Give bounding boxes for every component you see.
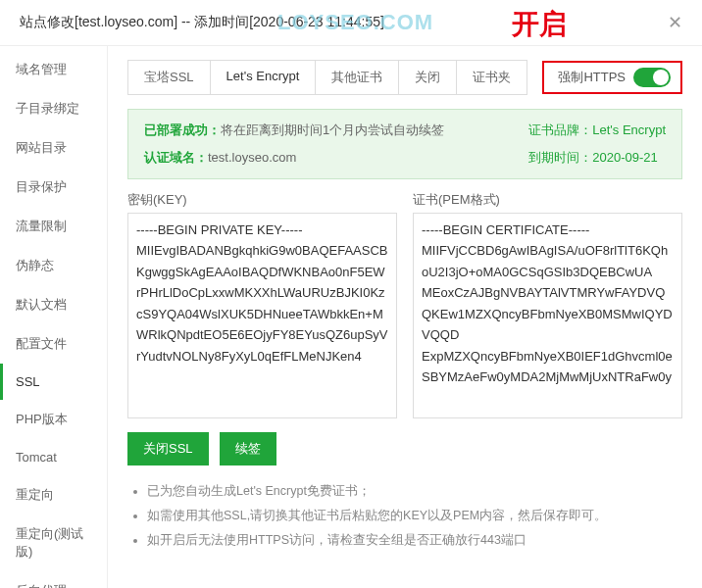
site-modify-dialog: 站点修改[test.loyseo.com] -- 添加时间[2020-06-23… <box>0 0 702 588</box>
dialog-header: 站点修改[test.loyseo.com] -- 添加时间[2020-06-23… <box>0 0 702 46</box>
pem-label: 证书(PEM格式) <box>413 191 682 209</box>
deploy-status-label: 已部署成功： <box>144 122 221 137</box>
tip-item: 已为您自动生成Let's Encrypt免费证书； <box>147 479 682 504</box>
tab-certfolder[interactable]: 证书夹 <box>457 61 526 94</box>
close-ssl-button[interactable]: 关闭SSL <box>127 432 209 466</box>
sidebar-item-redirect[interactable]: 重定向 <box>0 475 107 514</box>
sidebar-item-redirect-beta[interactable]: 重定向(测试版) <box>0 514 107 571</box>
key-column: 密钥(KEY) <box>127 191 397 418</box>
deploy-status-text: 将在距离到期时间1个月内尝试自动续签 <box>221 122 444 137</box>
sidebar-item-dirprotect[interactable]: 目录保护 <box>0 168 107 207</box>
sidebar-item-tomcat[interactable]: Tomcat <box>0 439 107 475</box>
cert-expire-value: 2020-09-21 <box>592 150 658 165</box>
pem-textarea[interactable] <box>413 213 682 418</box>
top-row: 宝塔SSL Let's Encrypt 其他证书 关闭 证书夹 强制HTTPS <box>127 60 682 95</box>
renew-button[interactable]: 续签 <box>220 432 276 466</box>
sidebar-item-ssl[interactable]: SSL <box>0 364 107 400</box>
cert-brand-label: 证书品牌： <box>528 122 592 137</box>
dialog-title: 站点修改[test.loyseo.com] -- 添加时间[2020-06-23… <box>20 14 384 31</box>
deploy-right: 证书品牌：Let's Encrypt 到期时间：2020-09-21 <box>528 122 666 167</box>
tab-close[interactable]: 关闭 <box>399 61 457 94</box>
tab-othercert[interactable]: 其他证书 <box>316 61 399 94</box>
key-label: 密钥(KEY) <box>127 191 397 209</box>
cert-domain-label: 认证域名： <box>144 150 208 165</box>
force-https-toggle[interactable] <box>633 68 671 87</box>
key-textarea[interactable] <box>127 213 397 418</box>
deploy-success-panel: 已部署成功：将在距离到期时间1个月内尝试自动续签 认证域名：test.loyse… <box>127 109 682 179</box>
pem-column: 证书(PEM格式) <box>413 191 682 418</box>
sidebar-item-domain[interactable]: 域名管理 <box>0 50 107 89</box>
annotation-enable: 开启 <box>512 6 567 43</box>
cert-row: 密钥(KEY) 证书(PEM格式) <box>127 191 682 418</box>
sidebar-item-php[interactable]: PHP版本 <box>0 400 107 439</box>
deploy-left: 已部署成功：将在距离到期时间1个月内尝试自动续签 认证域名：test.loyse… <box>144 122 444 167</box>
force-https-label: 强制HTTPS <box>558 69 626 86</box>
sidebar-item-config[interactable]: 配置文件 <box>0 324 107 364</box>
action-buttons: 关闭SSL 续签 <box>127 432 682 466</box>
sidebar-item-rewrite[interactable]: 伪静态 <box>0 246 107 285</box>
tab-letsencrypt[interactable]: Let's Encrypt <box>211 61 317 94</box>
sidebar: 域名管理 子目录绑定 网站目录 目录保护 流量限制 伪静态 默认文档 配置文件 … <box>0 46 108 588</box>
force-https-box: 强制HTTPS <box>542 61 682 94</box>
cert-expire-label: 到期时间： <box>528 150 592 165</box>
cert-brand-value: Let's Encrypt <box>592 122 666 137</box>
tip-item: 如开启后无法使用HTTPS访问，请检查安全组是否正确放行443端口 <box>147 528 682 553</box>
content-area: 宝塔SSL Let's Encrypt 其他证书 关闭 证书夹 强制HTTPS … <box>108 46 702 588</box>
tip-item: 如需使用其他SSL,请切换其他证书后粘贴您的KEY以及PEM内容，然后保存即可。 <box>147 504 682 528</box>
tab-btssl[interactable]: 宝塔SSL <box>128 61 211 94</box>
dialog-body: 域名管理 子目录绑定 网站目录 目录保护 流量限制 伪静态 默认文档 配置文件 … <box>0 46 702 588</box>
cert-domain-value: test.loyseo.com <box>208 150 296 165</box>
tips-list: 已为您自动生成Let's Encrypt免费证书； 如需使用其他SSL,请切换其… <box>127 479 682 553</box>
sidebar-item-traffic[interactable]: 流量限制 <box>0 207 107 246</box>
ssl-tabs: 宝塔SSL Let's Encrypt 其他证书 关闭 证书夹 <box>127 60 527 95</box>
sidebar-item-defaultdoc[interactable]: 默认文档 <box>0 285 107 324</box>
sidebar-item-sitedir[interactable]: 网站目录 <box>0 128 107 168</box>
close-icon[interactable]: ✕ <box>668 12 682 33</box>
sidebar-item-proxy[interactable]: 反向代理 <box>0 571 107 588</box>
sidebar-item-subdir[interactable]: 子目录绑定 <box>0 89 107 128</box>
